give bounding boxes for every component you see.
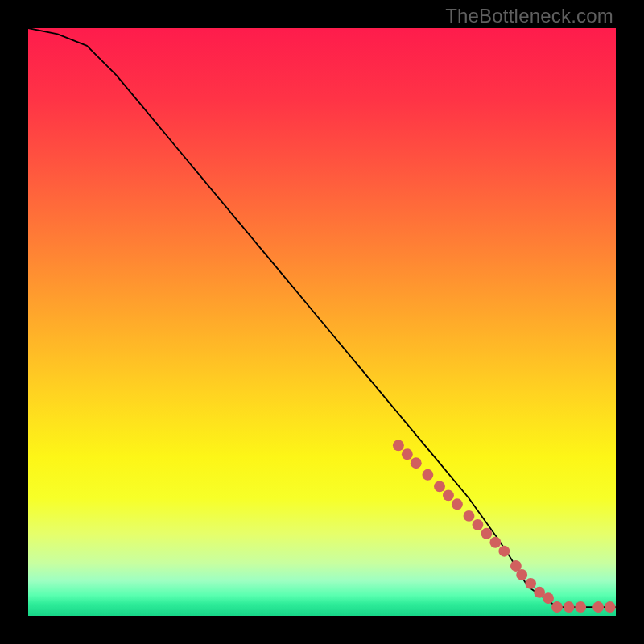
chart-frame: TheBottleneck.com [0, 0, 644, 644]
svg-point-20 [592, 601, 604, 613]
svg-point-14 [525, 578, 536, 589]
svg-point-1 [402, 448, 413, 460]
svg-point-7 [464, 510, 475, 522]
svg-point-16 [543, 592, 554, 604]
svg-point-11 [498, 546, 510, 557]
svg-point-2 [411, 457, 422, 469]
svg-point-19 [575, 601, 586, 613]
svg-point-21 [605, 601, 616, 613]
svg-point-9 [481, 528, 492, 539]
svg-point-6 [452, 498, 463, 510]
svg-point-17 [551, 601, 563, 613]
svg-point-10 [489, 537, 501, 548]
chart-plot [28, 28, 616, 616]
svg-point-13 [516, 569, 527, 580]
svg-point-3 [422, 469, 433, 481]
watermark-text: TheBottleneck.com [445, 5, 613, 27]
svg-point-0 [393, 440, 404, 451]
svg-point-4 [434, 481, 445, 492]
svg-point-18 [564, 601, 575, 613]
svg-point-8 [473, 519, 484, 530]
svg-point-5 [443, 489, 454, 501]
